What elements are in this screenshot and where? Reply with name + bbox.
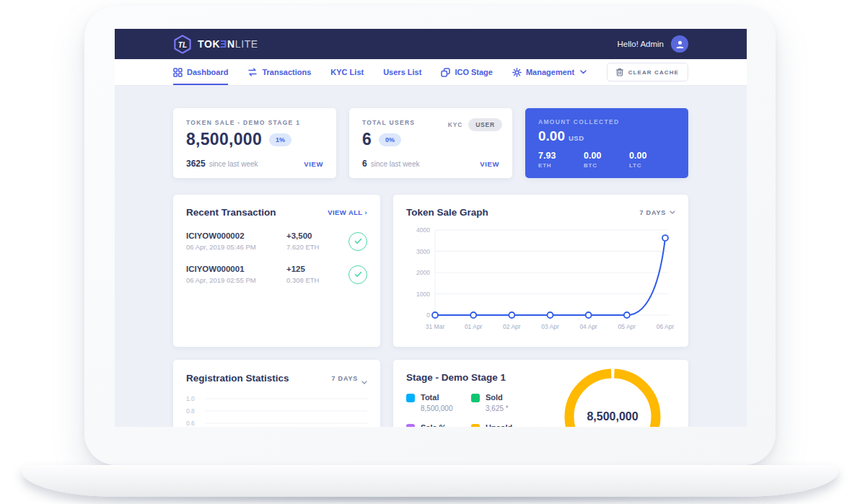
amount-collected-card: AMOUNT COLLECTED 0.00 USD 7.93 ETH 0.00 xyxy=(525,108,688,178)
svg-text:0.6: 0.6 xyxy=(186,420,195,427)
legend-item-total: Total 8,500,000 xyxy=(406,393,471,412)
transaction-eth: 0.308 ETH xyxy=(286,276,348,284)
delta-suffix: since last week xyxy=(371,160,420,168)
confirmed-check-icon xyxy=(348,232,367,251)
amount-usd-value: 0.00 xyxy=(538,128,565,144)
tab-label: Users List xyxy=(383,68,421,76)
registration-statistics-card: Registration Statistics 7 DAYS 1.00.80.6… xyxy=(173,360,380,427)
toggle-kyc[interactable]: KYC xyxy=(448,121,462,128)
view-link[interactable]: VIEW xyxy=(304,160,323,168)
tab-transactions[interactable]: Transactions xyxy=(247,59,311,85)
breakdown-eth: 7.93 ETH xyxy=(538,151,584,169)
svg-text:1.0: 1.0 xyxy=(186,395,195,402)
panel-title: Stage - Demo Stage 1 xyxy=(406,372,506,383)
transaction-amount: +125 xyxy=(286,265,348,273)
delta-suffix: since last week xyxy=(209,160,258,168)
stage-donut-chart: 8,500,000 TLE xyxy=(558,368,667,427)
view-all-link[interactable]: VIEW ALL › xyxy=(328,208,367,216)
tab-label: Transactions xyxy=(262,68,311,76)
legend-label: Unsold xyxy=(486,423,512,427)
range-label: 7 DAYS xyxy=(640,209,667,216)
legend-label: Sold xyxy=(486,393,509,402)
panel-title: Registration Statistics xyxy=(186,373,289,384)
registration-axis-chart: 1.00.80.60.40.20 xyxy=(186,393,367,427)
brand-wordmark: TOKƎNLITE xyxy=(198,38,258,50)
tab-dashboard[interactable]: Dashboard xyxy=(173,59,228,85)
breakdown-unit: LTC xyxy=(629,162,675,169)
legend-value: 3,625 * xyxy=(486,404,509,412)
legend-item-sale-pct: Sale % xyxy=(406,423,471,427)
breakdown-value: 0.00 xyxy=(584,151,629,161)
amount-usd-unit: USD xyxy=(569,134,584,142)
chevron-down-icon xyxy=(670,211,675,214)
tab-kyc-list[interactable]: KYC List xyxy=(330,59,364,85)
breakdown-unit: BTC xyxy=(584,162,629,169)
brand-logo[interactable]: TL TOKƎNLITE xyxy=(173,35,258,54)
delta-value: 6 xyxy=(362,159,367,169)
chevron-down-icon xyxy=(580,70,587,74)
swap-arrows-icon xyxy=(247,68,258,76)
range-selector[interactable]: 7 DAYS xyxy=(640,209,676,216)
tab-management[interactable]: Management xyxy=(512,59,587,85)
svg-text:TL: TL xyxy=(178,40,187,48)
laptop-mockup: TL TOKƎNLITE Hello! Admin xyxy=(0,0,860,504)
delta-value: 3625 xyxy=(186,159,206,169)
user-avatar[interactable] xyxy=(671,35,688,53)
svg-text:4000: 4000 xyxy=(416,226,430,234)
donut-center-value: 8,500,000 xyxy=(587,410,638,423)
legend-label: Sale % xyxy=(421,423,446,427)
tab-label: Management xyxy=(526,68,574,76)
range-selector[interactable]: 7 DAYS xyxy=(332,372,368,384)
breakdown-btc: 0.00 BTC xyxy=(584,151,629,169)
svg-text:01 Apr: 01 Apr xyxy=(465,323,483,330)
person-icon xyxy=(675,40,685,49)
clear-cache-label: CLEAR CACHE xyxy=(628,69,679,76)
svg-text:05 Apr: 05 Apr xyxy=(618,323,636,330)
legend-swatch xyxy=(406,394,415,402)
clear-cache-button[interactable]: CLEAR CACHE xyxy=(607,63,688,81)
toggle-user[interactable]: USER xyxy=(468,118,502,131)
legend-item-sold: Sold 3,625 * xyxy=(471,393,536,412)
breakdown-value: 7.93 xyxy=(538,151,584,161)
nav-tabs-bar: Dashboard Transactions KYC List Users Li… xyxy=(115,59,747,86)
trash-icon xyxy=(616,68,623,76)
legend-swatch xyxy=(471,424,480,427)
breakdown-ltc: 0.00 LTC xyxy=(629,151,675,169)
tab-users-list[interactable]: Users List xyxy=(383,59,421,85)
grid-icon xyxy=(173,68,183,77)
token-sale-line-chart: 0100020003000400031 Mar01 Apr02 Apr03 Ap… xyxy=(406,224,675,333)
legend-value: 8,500,000 xyxy=(421,404,453,412)
svg-text:02 Apr: 02 Apr xyxy=(503,323,521,330)
legend-swatch xyxy=(471,394,480,402)
tab-ico-stage[interactable]: ICO Stage xyxy=(441,59,493,85)
transaction-amount: +3,500 xyxy=(286,231,348,240)
legend-item-unsold: Unsold xyxy=(471,423,536,427)
kyc-user-toggle: KYC USER xyxy=(448,118,502,131)
svg-text:1000: 1000 xyxy=(416,291,430,298)
token-sale-stat-card: TOKEN SALE - DEMO STAGE 1 8,500,000 1% 3… xyxy=(173,108,336,178)
svg-text:03 Apr: 03 Apr xyxy=(541,323,559,330)
top-navbar: TL TOKƎNLITE Hello! Admin xyxy=(115,29,747,59)
legend-swatch xyxy=(406,424,415,427)
cubes-icon xyxy=(441,68,450,77)
svg-text:3000: 3000 xyxy=(416,248,430,255)
transaction-row[interactable]: ICIYOW000002 06 Apr, 2019 05:46 PM +3,50… xyxy=(186,231,367,251)
svg-text:2000: 2000 xyxy=(416,269,430,276)
svg-text:06 Apr: 06 Apr xyxy=(657,323,675,330)
stat-label: AMOUNT COLLECTED xyxy=(538,118,675,125)
stage-donut-card: Stage - Demo Stage 1 Total 8,500,000 xyxy=(393,360,688,427)
breakdown-value: 0.00 xyxy=(629,151,675,161)
transaction-id: ICIYOW000001 xyxy=(186,265,286,273)
total-users-badge: 0% xyxy=(379,133,401,146)
token-sale-value: 8,500,000 xyxy=(186,130,262,149)
total-users-stat-card: TOTAL USERS KYC USER 6 0% 6 since last w… xyxy=(349,108,512,178)
panel-title: Recent Transaction xyxy=(186,207,276,218)
view-link[interactable]: VIEW xyxy=(480,160,499,168)
token-sale-graph-card: Token Sale Graph 7 DAYS 0100020003000400… xyxy=(393,195,688,347)
transaction-date: 06 Apr, 2019 02:55 PM xyxy=(186,276,286,284)
transaction-row[interactable]: ICIYOW000001 06 Apr, 2019 02:55 PM +125 … xyxy=(186,265,367,284)
donut-center-unit: TLE xyxy=(605,425,620,427)
stat-label: TOKEN SALE - DEMO STAGE 1 xyxy=(186,119,323,126)
breakdown-unit: ETH xyxy=(538,162,584,169)
chevron-down-icon xyxy=(361,381,367,384)
